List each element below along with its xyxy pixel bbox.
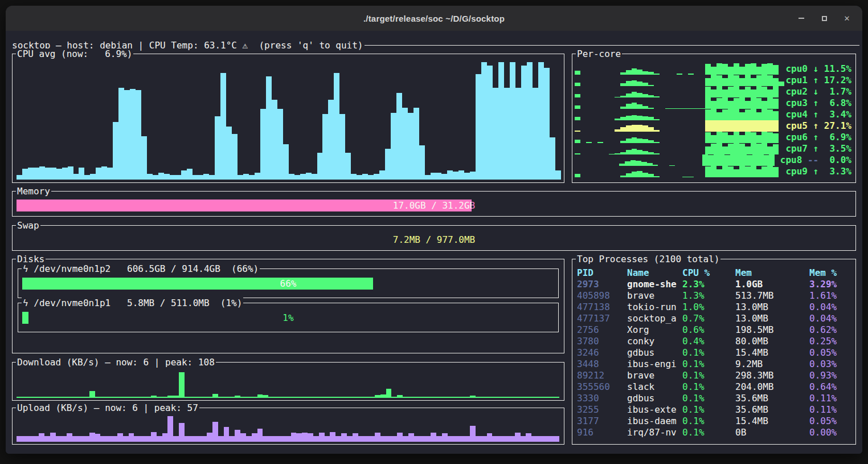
chart-bar [711, 75, 716, 86]
chart-bar [190, 397, 196, 398]
chart-bar [179, 423, 185, 442]
core-sparkline [575, 143, 784, 154]
chart-bar [711, 89, 716, 97]
chart-bar [212, 394, 218, 398]
chart-bar [252, 397, 257, 398]
chart-bar [325, 397, 330, 398]
chart-bar [531, 397, 537, 398]
chart-bar [734, 169, 739, 177]
core-sparkline [575, 132, 784, 143]
download-panel: Download (KB/s) — now: 6 | peak: 108 [12, 362, 564, 401]
core-trend-icon: ↑ [813, 97, 819, 108]
chart-bar [626, 150, 632, 154]
chart-bar [280, 397, 285, 398]
chart-bar [17, 175, 22, 180]
chart-bar [56, 397, 62, 398]
maximize-button[interactable] [820, 14, 828, 22]
chart-bar [745, 120, 751, 132]
chart-bar [193, 175, 198, 180]
process-pmemp: 0.05% [809, 416, 837, 427]
column-header: Mem % [809, 267, 837, 279]
chart-bar [67, 433, 72, 442]
chart-bar [648, 174, 654, 177]
chart-bar [756, 135, 762, 143]
chart-bar [431, 173, 436, 180]
chart-bar [728, 75, 734, 86]
cpu-avg-chart [17, 62, 561, 180]
chart-bar [761, 132, 767, 143]
chart-bar [285, 397, 291, 398]
minimize-button[interactable] [797, 14, 805, 22]
chart-bar [554, 436, 560, 442]
chart-bar [734, 120, 739, 132]
chart-bar [386, 436, 392, 442]
chart-bar [509, 397, 515, 398]
chart-bar [620, 127, 626, 132]
chart-bar [756, 112, 762, 120]
chart-bar [637, 125, 642, 132]
chart-bar [722, 97, 728, 109]
chart-bar [714, 154, 719, 166]
chart-bar [745, 64, 751, 75]
titlebar[interactable]: ./target/release/soc ~/D/G/socktop ✕ [6, 6, 862, 31]
chart-bar [158, 173, 164, 180]
chart-bar [739, 78, 745, 86]
chart-bar [403, 397, 408, 398]
chart-bar [464, 397, 470, 398]
core-sparkline [575, 109, 784, 120]
chart-bar [711, 135, 716, 143]
chart-bar [289, 174, 294, 180]
chart-bar [464, 436, 470, 442]
core-sparkline [575, 166, 784, 177]
core-label: cpu0 ↓ 11.5% [784, 63, 854, 75]
chart-bar [637, 139, 642, 143]
chart-bar [751, 89, 756, 97]
chart-bar [130, 89, 136, 180]
chart-bar [39, 397, 44, 398]
chart-bar [291, 397, 297, 398]
chart-bar [308, 433, 313, 442]
chart-bar [268, 436, 274, 442]
process-pmemp: 0.11% [809, 404, 837, 416]
chart-bar [362, 174, 368, 180]
chart-bar [232, 134, 238, 180]
chart-bar [319, 433, 325, 442]
close-button[interactable]: ✕ [843, 14, 851, 22]
chart-bar [632, 80, 637, 86]
chart-bar [503, 436, 509, 442]
process-pid: 477138 [577, 302, 610, 313]
chart-bar [229, 436, 235, 442]
chart-bar [747, 155, 752, 166]
core-trend-icon: ↓ [813, 63, 819, 74]
chart-bar [391, 113, 396, 180]
chart-bar [761, 143, 767, 154]
process-pcpu: 0.1% [682, 416, 705, 427]
chart-bar [50, 433, 56, 442]
chart-bar [106, 436, 112, 442]
chart-bar [708, 155, 714, 166]
process-pmem: 204.0MB [735, 381, 773, 393]
chart-bar [716, 112, 722, 120]
process-row: 3448ibus-engi0.1%9.2MB0.03% [572, 359, 855, 370]
process-pmem: 13.0MB [735, 313, 768, 324]
process-pmemp: 1.61% [809, 290, 837, 302]
chart-bar [767, 63, 773, 75]
process-pmemp: 0.11% [809, 393, 837, 404]
chart-bar [734, 75, 739, 86]
core-row-cpu0: cpu0 ↓ 11.5% [575, 63, 854, 75]
chart-bar [431, 433, 436, 442]
chart-bar [476, 397, 481, 398]
process-row: 477137socktop_a0.7%13.0MB0.04% [572, 313, 855, 324]
chart-bar [728, 144, 734, 154]
chart-bar [425, 397, 431, 398]
chart-bar [470, 396, 476, 398]
chart-bar [637, 104, 642, 109]
chart-bar [521, 397, 526, 398]
chart-bar [78, 397, 84, 398]
chart-bar [745, 75, 751, 86]
process-pname: gnome-she [627, 279, 677, 290]
chart-bar [711, 109, 716, 120]
chart-bar [756, 98, 762, 109]
process-row: 916irq/87-nv0.1%0B0.00% [572, 427, 855, 438]
chart-bar [313, 436, 319, 442]
